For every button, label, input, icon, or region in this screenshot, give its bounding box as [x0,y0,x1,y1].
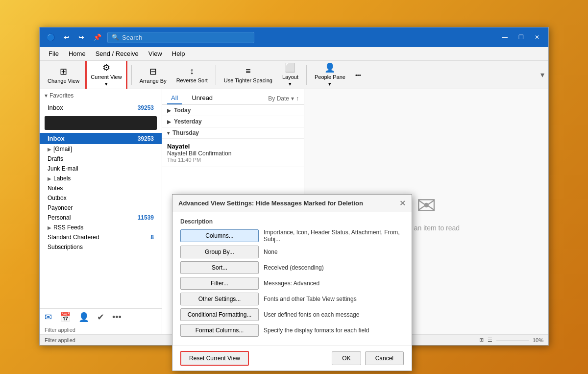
sidebar-item-gmail[interactable]: ▶[Gmail] [40,144,162,154]
menu-view[interactable]: View [144,48,167,59]
view-list-icon[interactable]: ☰ [488,337,492,343]
drafts-label: Drafts [48,155,63,162]
menu-home[interactable]: Home [64,48,91,59]
menu-send-receive[interactable]: Send / Receive [91,48,144,59]
sort-button[interactable]: Sort... [180,261,259,274]
inbox-fav-count: 39253 [138,104,154,111]
conditional-formatting-button[interactable]: Conditional Formatting... [180,308,259,321]
group-by-button[interactable]: Group By... [180,246,259,258]
sidebar-item-junk[interactable]: Junk E-mail [40,164,162,174]
thursday-arrow-icon: ▾ [167,130,170,136]
minimize-button[interactable]: — [497,32,513,43]
ribbon-separator-2 [216,65,216,85]
favorites-header[interactable]: ▾ Favorites [40,89,162,102]
status-filter-text: Filter applied [45,337,75,343]
format-columns-button[interactable]: Format Columns... [180,324,259,337]
sidebar-item-labels[interactable]: ▶Labels [40,174,162,183]
reverse-sort-icon: ↕ [190,66,194,76]
sidebar-item-inbox-fav[interactable]: Inbox 39253 [40,102,162,113]
tighter-spacing-button[interactable]: ≡ Use Tighter Spacing [220,64,276,85]
inbox-fav-label: Inbox [48,104,63,111]
sc-count: 8 [150,234,154,241]
ribbon: ⊞ Change View ⚙ Current View ▾ ⊟ Arrange… [40,61,548,89]
zoom-level: 10% [533,337,543,343]
sidebar-item-notes[interactable]: Notes [40,183,162,193]
other-settings-button[interactable]: Other Settings... [180,293,259,305]
sidebar-item-drafts[interactable]: Drafts [40,154,162,164]
ribbon-separator-3 [306,65,307,85]
other-settings-value: Fonts and other Table View settings [264,296,357,302]
tab-unread[interactable]: Unread [188,92,217,104]
more-options-button[interactable]: ••• [351,70,365,80]
close-button[interactable]: ✕ [530,32,544,43]
sc-label: Standard Chartered [48,234,99,241]
search-placeholder: Search [122,34,142,41]
search-box[interactable]: 🔍 Search [107,32,254,43]
sort-direction-icon[interactable]: ↑ [296,95,299,102]
tab-all[interactable]: All [167,92,182,104]
cancel-button[interactable]: Cancel [365,351,404,365]
search-icon: 🔍 [112,34,119,41]
current-view-button[interactable]: ⚙ Current View ▾ [85,61,127,89]
email-time: Thu 11:40 PM [167,157,299,163]
sidebar-item-standard-chartered[interactable]: Standard Chartered 8 [40,232,162,242]
email-item-nayatel[interactable]: Nayatel Nayatel Bill Confirmation Thu 11… [162,139,304,167]
tighter-spacing-icon: ≡ [245,66,251,76]
mail-nav-icon[interactable]: ✉ [45,312,52,323]
reset-current-view-button[interactable]: Reset Current View [180,351,249,366]
layout-dropdown-icon: ▾ [289,81,292,87]
email-group-yesterday[interactable]: ▶ Yesterday [162,116,304,127]
people-pane-dropdown-icon: ▾ [328,81,331,87]
contacts-nav-icon[interactable]: 👤 [78,312,89,323]
sidebar-item-rss[interactable]: ▶RSS Feeds [40,223,162,232]
dialog-row-conditional-formatting: Conditional Formatting... User defined f… [180,308,404,321]
view-grid-icon[interactable]: ⊞ [479,337,484,343]
more-nav-icon[interactable]: ••• [112,312,122,323]
zoom-slider[interactable]: —————— [496,337,529,343]
change-view-button[interactable]: ⊞ Change View [44,64,83,86]
undo-button[interactable]: ↩ [61,32,73,42]
tasks-nav-icon[interactable]: ✔ [97,312,104,323]
ribbon-collapse-button[interactable]: ▾ [540,70,544,79]
menu-file[interactable]: File [44,48,64,59]
labels-arrow-icon: ▶ [48,176,51,181]
outlook-icon: 🔵 [44,32,58,42]
rss-arrow-icon: ▶ [48,225,51,230]
outbox-label: Outbox [48,195,67,201]
dialog-title-bar: Advanced View Settings: Hide Messages Ma… [172,195,412,212]
menu-help[interactable]: Help [167,48,190,59]
filter-button[interactable]: Filter... [180,277,259,290]
yesterday-label: Yesterday [174,118,202,125]
title-bar-left: 🔵 ↩ ↪ 📌 🔍 Search [44,32,497,43]
columns-button[interactable]: Columns... [180,229,259,242]
ok-button[interactable]: OK [332,351,361,365]
sort-controls[interactable]: By Date ▾ ↑ [268,95,299,102]
calendar-nav-icon[interactable]: 📅 [60,312,71,323]
sidebar-item-subscriptions[interactable]: Subscriptions [40,242,162,252]
sidebar-item-personal[interactable]: Personal 11539 [40,213,162,223]
dialog-row-sort: Sort... Received (descending) [180,261,404,274]
layout-button[interactable]: ⬜ Layout ▾ [278,61,302,89]
email-group-today[interactable]: ▶ Today [162,105,304,116]
email-group-thursday[interactable]: ▾ Thursday [162,127,304,139]
notes-label: Notes [48,185,63,192]
sidebar-item-payoneer[interactable]: Payoneer [40,203,162,213]
sidebar-item-inbox[interactable]: Inbox 39253 [40,133,162,144]
arrange-by-button[interactable]: ⊟ Arrange By [136,64,171,86]
personal-count: 11539 [138,214,154,221]
arrange-by-icon: ⊟ [149,66,157,77]
subscriptions-label: Subscriptions [48,244,83,250]
email-sender: Nayatel [167,143,299,150]
title-bar: 🔵 ↩ ↪ 📌 🔍 Search — ❐ ✕ [40,27,548,47]
redo-button[interactable]: ↪ [75,32,87,42]
people-pane-icon: 👤 [324,62,335,73]
sidebar-item-outbox[interactable]: Outbox [40,193,162,203]
dialog-close-button[interactable]: ✕ [399,199,406,208]
people-pane-button[interactable]: 👤 People Pane ▾ [311,61,349,89]
dialog-desc-header: Description [180,218,404,225]
reverse-sort-button[interactable]: ↕ Reverse Sort [172,64,212,85]
inbox-label: Inbox [48,135,65,142]
restore-button[interactable]: ❐ [514,32,529,43]
title-bar-right: — ❐ ✕ [497,32,544,43]
inbox-count: 39253 [138,135,154,142]
